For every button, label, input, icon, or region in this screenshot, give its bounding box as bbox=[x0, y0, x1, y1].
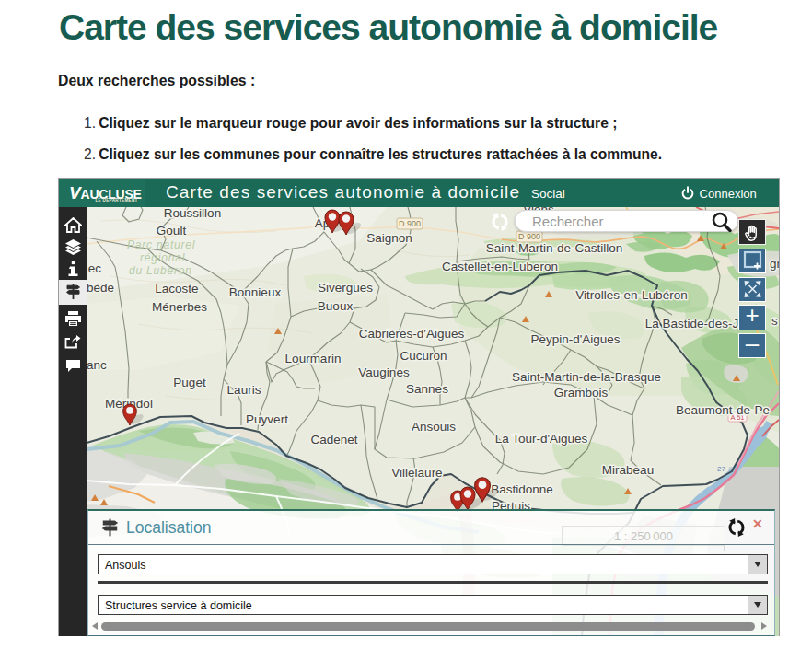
svg-text:Peypin-d'Aigues: Peypin-d'Aigues bbox=[530, 332, 620, 346]
svg-text:Lauris: Lauris bbox=[227, 383, 261, 397]
svg-text:Vitrolles-en-Lubéron: Vitrolles-en-Lubéron bbox=[575, 288, 687, 302]
svg-text:Saint-Martin-de-la-Brasque: Saint-Martin-de-la-Brasque bbox=[512, 370, 661, 384]
svg-text:Beaumont-de-Pe: Beaumont-de-Pe bbox=[676, 403, 770, 417]
svg-text:La Bastide-des-Jou: La Bastide-des-Jou bbox=[645, 317, 752, 330]
svg-text:D 900: D 900 bbox=[518, 232, 540, 241]
svg-text:du Luberon: du Luberon bbox=[129, 264, 192, 277]
svg-text:Puget: Puget bbox=[173, 376, 206, 389]
svg-text:Buoux: Buoux bbox=[318, 299, 354, 313]
svg-text:Grambois: Grambois bbox=[554, 386, 609, 400]
svg-text:Mirabeau: Mirabeau bbox=[602, 463, 654, 477]
svg-text:Bastidonne: Bastidonne bbox=[491, 482, 553, 496]
svg-text:gn: gn bbox=[770, 257, 779, 271]
svg-text:Lacoste: Lacoste bbox=[155, 282, 198, 296]
svg-text:Parc naturel: Parc naturel bbox=[127, 238, 195, 251]
svg-text:Puyvert: Puyvert bbox=[246, 412, 288, 426]
svg-text:Cadenet: Cadenet bbox=[310, 433, 357, 446]
svg-text:Lourmarin: Lourmarin bbox=[285, 352, 342, 365]
svg-text:Ménerbes: Ménerbes bbox=[152, 300, 207, 314]
svg-text:La Tour-d'Aigues: La Tour-d'Aigues bbox=[495, 432, 588, 446]
svg-text:Vaugines: Vaugines bbox=[358, 365, 410, 379]
svg-text:Goult: Goult bbox=[157, 224, 187, 238]
svg-text:27: 27 bbox=[717, 465, 725, 473]
svg-text:Bonnieux: Bonnieux bbox=[229, 285, 282, 299]
svg-text:régional: régional bbox=[140, 251, 185, 264]
svg-text:Ansouis: Ansouis bbox=[412, 420, 456, 434]
svg-text:Sivergues: Sivergues bbox=[318, 281, 373, 295]
svg-text:anc: anc bbox=[87, 358, 107, 372]
svg-text:s: s bbox=[771, 314, 778, 328]
svg-text:Roussillon: Roussillon bbox=[164, 207, 221, 220]
svg-text:Cabrières-d'Aigues: Cabrières-d'Aigues bbox=[359, 327, 465, 341]
svg-text:Saint-Martin-de-Castillon: Saint-Martin-de-Castillon bbox=[486, 241, 623, 255]
svg-text:Saignon: Saignon bbox=[366, 231, 412, 245]
svg-text:Castellet-en-Luberon: Castellet-en-Luberon bbox=[442, 260, 558, 273]
svg-text:Sannes: Sannes bbox=[406, 382, 448, 396]
svg-text:D 900: D 900 bbox=[399, 219, 421, 228]
svg-text:Cucuron: Cucuron bbox=[400, 349, 447, 363]
svg-text:Villelaure: Villelaure bbox=[391, 466, 442, 480]
svg-text:bède: bède bbox=[87, 281, 114, 295]
svg-text:ec: ec bbox=[88, 261, 102, 275]
